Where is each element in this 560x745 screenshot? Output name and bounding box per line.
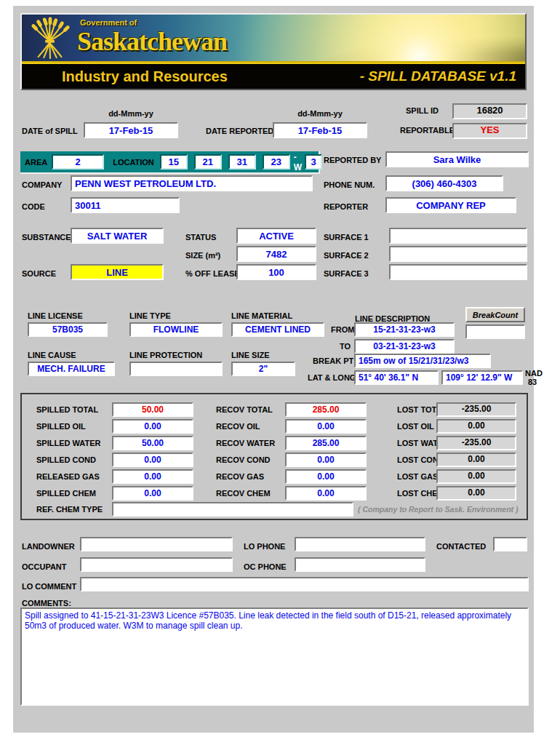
- spilled-cond-input[interactable]: [112, 453, 193, 467]
- lost-oil-label: LOST OIL: [397, 422, 434, 431]
- lo-phone-input[interactable]: [295, 537, 425, 551]
- surface1-input[interactable]: [389, 228, 527, 244]
- released-gas-input[interactable]: [112, 469, 193, 484]
- landowner-input[interactable]: [80, 537, 233, 551]
- line-protection-label: LINE PROTECTION: [129, 351, 202, 359]
- lost-gas-label: LOST GAS: [397, 472, 438, 481]
- phone-num-label: PHONE NUM.: [324, 180, 375, 189]
- spilled-water-label: SPILLED WATER: [36, 439, 100, 447]
- reported-by-input[interactable]: [385, 151, 529, 167]
- line-cause-input[interactable]: [28, 362, 115, 376]
- recov-gas-input[interactable]: [285, 469, 367, 484]
- line-license-label: LINE LICENSE: [28, 311, 83, 320]
- recov-water-input[interactable]: [285, 436, 367, 450]
- substance-label: SUBSTANCE: [22, 233, 71, 242]
- wheat-sheaf-icon: [28, 17, 73, 59]
- line-license-input[interactable]: [28, 322, 108, 337]
- area-input[interactable]: [52, 154, 104, 170]
- company-input[interactable]: [71, 175, 313, 191]
- line-protection-input[interactable]: [129, 362, 223, 376]
- off-lease-label: % OFF LEASE: [185, 269, 240, 278]
- location-meridian-input[interactable]: [305, 154, 322, 170]
- occupant-input[interactable]: [80, 557, 233, 572]
- line-from-input[interactable]: [354, 322, 455, 337]
- lost-chem-value: 0.00: [436, 486, 516, 501]
- surface1-label: SURFACE 1: [324, 233, 369, 242]
- comments-textarea[interactable]: [20, 607, 529, 706]
- breakcount-button[interactable]: BreakCount: [465, 307, 525, 322]
- location-lsd-input[interactable]: [160, 154, 188, 170]
- contacted-label: CONTACTED: [436, 542, 486, 551]
- line-material-input[interactable]: [231, 322, 324, 337]
- off-lease-input[interactable]: [236, 264, 316, 280]
- spilled-chem-label: SPILLED CHEM: [36, 489, 96, 498]
- released-gas-label: RELEASED GAS: [36, 472, 100, 481]
- line-material-label: LINE MATERIAL: [231, 311, 292, 320]
- line-type-input[interactable]: [129, 322, 223, 337]
- contacted-input[interactable]: [493, 537, 527, 551]
- banner-image: Government of Saskatchewan: [22, 15, 525, 61]
- location-section-input[interactable]: [194, 154, 222, 170]
- spilled-chem-input[interactable]: [112, 486, 193, 501]
- lost-gas-value: 0.00: [436, 469, 516, 484]
- code-label: CODE: [22, 202, 45, 211]
- date-of-spill-input[interactable]: [84, 122, 178, 138]
- spilled-total-input[interactable]: [112, 402, 193, 417]
- landowner-label: LANDOWNER: [22, 542, 75, 551]
- app-title: - SPILL DATABASE v1.1: [360, 68, 525, 84]
- reporter-label: REPORTER: [324, 202, 368, 211]
- spill-form-panel: Government of Saskatchewan Industry and …: [13, 6, 534, 733]
- lost-total-value: -235.00: [436, 402, 516, 417]
- oc-phone-label: OC PHONE: [244, 562, 287, 571]
- status-input[interactable]: [236, 228, 316, 244]
- lo-comment-label: LO COMMENT: [22, 582, 76, 591]
- saskatchewan-logotype: Saskatchewan: [77, 26, 227, 57]
- recov-water-label: RECOV WATER: [216, 439, 275, 447]
- spilled-cond-label: SPILLED COND: [36, 455, 96, 464]
- breakcount-input[interactable]: [465, 324, 525, 339]
- department-title: Industry and Resources: [22, 68, 228, 85]
- spilled-water-input[interactable]: [112, 436, 193, 450]
- latitude-input[interactable]: [354, 370, 439, 385]
- reportable-value: YES: [452, 123, 527, 139]
- status-label: STATUS: [185, 233, 216, 242]
- source-input[interactable]: [71, 264, 164, 280]
- spilled-oil-label: SPILLED OIL: [36, 422, 86, 431]
- to-label: TO: [340, 342, 351, 351]
- report-to-environment-note: ( Company to Report to Sask. Environment…: [358, 505, 519, 514]
- comments-label: COMMENTS:: [22, 599, 71, 607]
- recov-chem-input[interactable]: [285, 486, 367, 501]
- surface2-input[interactable]: [389, 246, 527, 262]
- oc-phone-input[interactable]: [295, 557, 425, 572]
- recov-total-input[interactable]: [285, 402, 367, 417]
- spilled-oil-input[interactable]: [112, 419, 193, 434]
- reporter-input[interactable]: [385, 197, 516, 213]
- date-reported-input[interactable]: [273, 122, 367, 138]
- date-format-hint: dd-Mmm-yy: [84, 109, 178, 118]
- size-label: SIZE (m²): [185, 251, 220, 260]
- substance-input[interactable]: [71, 228, 164, 244]
- location-township-input[interactable]: [228, 154, 256, 170]
- recov-cond-input[interactable]: [285, 453, 367, 467]
- lo-phone-label: LO PHONE: [244, 542, 285, 551]
- line-to-input[interactable]: [354, 339, 455, 354]
- code-input[interactable]: [71, 197, 180, 213]
- west-meridian-label: -W: [294, 152, 302, 172]
- phone-num-input[interactable]: [385, 175, 503, 191]
- lost-cond-value: 0.00: [436, 453, 516, 467]
- company-label: COMPANY: [22, 180, 62, 189]
- recov-oil-input[interactable]: [285, 419, 367, 434]
- location-range-input[interactable]: [263, 154, 290, 170]
- recov-oil-label: RECOV OIL: [216, 422, 260, 431]
- ref-chem-type-input[interactable]: [112, 502, 353, 517]
- surface3-input[interactable]: [389, 264, 527, 280]
- recov-gas-label: RECOV GAS: [216, 472, 264, 481]
- line-type-label: LINE TYPE: [129, 311, 171, 320]
- recov-cond-label: RECOV COND: [216, 455, 271, 464]
- line-size-input[interactable]: [231, 362, 295, 376]
- break-pt-input[interactable]: [354, 354, 491, 368]
- lost-oil-value: 0.00: [436, 419, 516, 434]
- lo-comment-input[interactable]: [80, 577, 529, 591]
- size-input[interactable]: [236, 246, 316, 262]
- longitude-input[interactable]: [441, 370, 523, 385]
